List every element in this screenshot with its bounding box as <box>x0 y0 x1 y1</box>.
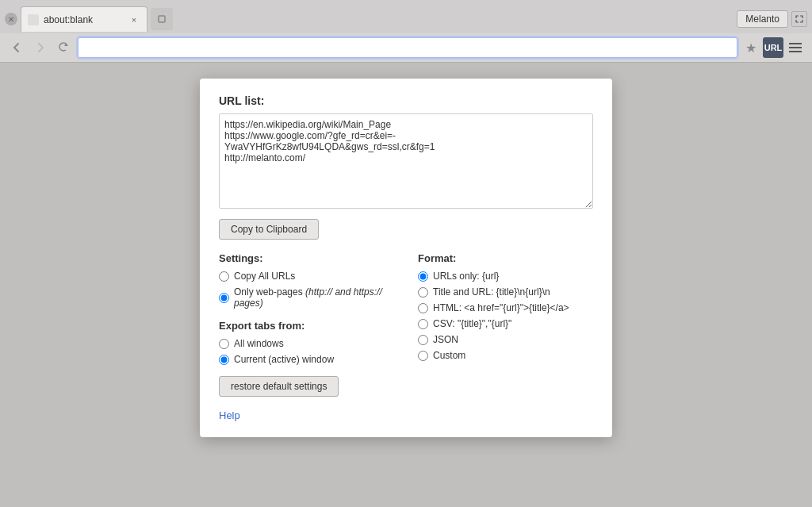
svg-rect-0 <box>28 14 39 25</box>
svg-rect-1 <box>159 16 165 22</box>
toolbar-right: ★ URL <box>741 37 806 58</box>
back-button[interactable] <box>6 37 27 58</box>
menu-line-1 <box>789 43 802 44</box>
active-tab[interactable]: about:blank × <box>21 6 147 32</box>
format-urls-only-radio[interactable] <box>418 271 428 282</box>
only-webpages-option[interactable]: Only web-pages (http:// and https:// pag… <box>219 286 394 309</box>
only-webpages-label: Only web-pages (http:// and https:// pag… <box>234 286 394 309</box>
current-window-option[interactable]: Current (active) window <box>219 354 394 365</box>
format-title-url-radio[interactable] <box>418 287 428 298</box>
tab-bar: ✕ about:blank × Melanto <box>0 0 812 33</box>
copy-to-clipboard-button[interactable]: Copy to Clipboard <box>219 219 319 240</box>
maximize-button[interactable] <box>791 11 807 27</box>
new-tab-icon <box>156 13 167 25</box>
browser-chrome: ✕ about:blank × Melanto <box>0 0 812 63</box>
format-radio-group: URLs only: {url} Title and URL: {title}\… <box>418 271 593 361</box>
format-title: Format: <box>418 252 593 264</box>
copy-all-urls-radio[interactable] <box>219 271 229 282</box>
format-custom-radio[interactable] <box>418 351 428 361</box>
format-custom-label: Custom <box>433 350 465 361</box>
address-bar[interactable] <box>78 37 737 58</box>
format-urls-only-label: URLs only: {url} <box>433 271 499 282</box>
format-custom-option[interactable]: Custom <box>418 350 593 361</box>
format-json-option[interactable]: JSON <box>418 334 593 345</box>
menu-line-3 <box>789 51 802 52</box>
maximize-icon <box>795 15 803 23</box>
url-ext-label: URL <box>764 43 783 52</box>
current-window-radio[interactable] <box>219 355 229 365</box>
tab-close-icon[interactable]: × <box>128 13 140 26</box>
url-list-title: URL list: <box>219 94 593 107</box>
format-html-label: HTML: <a href="{url}">{title}</a> <box>433 302 569 313</box>
format-title-url-option[interactable]: Title and URL: {title}\n{url}\n <box>418 286 593 298</box>
new-tab-button[interactable] <box>151 8 173 30</box>
help-link[interactable]: Help <box>219 409 593 421</box>
all-windows-radio[interactable] <box>219 339 229 349</box>
back-icon <box>11 42 22 53</box>
format-csv-option[interactable]: CSV: "{title}","{url}" <box>418 318 593 329</box>
toolbar: ★ URL <box>0 33 812 62</box>
forward-icon <box>35 42 46 53</box>
url-extension-button[interactable]: URL <box>763 37 783 58</box>
refresh-icon <box>59 42 70 53</box>
window-close-button[interactable]: ✕ <box>5 13 17 25</box>
copy-all-urls-label: Copy All URLs <box>234 271 295 282</box>
all-windows-label: All windows <box>234 338 284 349</box>
format-csv-label: CSV: "{title}","{url}" <box>433 318 511 329</box>
format-json-radio[interactable] <box>418 335 428 345</box>
refresh-button[interactable] <box>54 37 75 58</box>
current-window-label: Current (active) window <box>234 354 334 365</box>
settings-title: Settings: <box>219 252 394 264</box>
copy-all-urls-option[interactable]: Copy All URLs <box>219 271 394 282</box>
melanto-button[interactable]: Melanto <box>737 10 788 28</box>
export-tabs-radio-group: All windows Current (active) window <box>219 338 394 365</box>
tab-title: about:blank <box>44 14 124 25</box>
format-urls-only-option[interactable]: URLs only: {url} <box>418 271 593 282</box>
left-column: Settings: Copy All URLs Only web-pages (… <box>219 252 394 397</box>
only-webpages-italic: (http:// and https:// pages) <box>234 286 382 309</box>
bookmark-button[interactable]: ★ <box>741 37 761 58</box>
popup-panel: URL list: https://en.wikipedia.org/wiki/… <box>200 79 612 437</box>
all-windows-option[interactable]: All windows <box>219 338 394 349</box>
menu-button[interactable] <box>785 37 806 58</box>
right-column: Format: URLs only: {url} Title and URL: … <box>418 252 593 397</box>
url-textarea[interactable]: https://en.wikipedia.org/wiki/Main_Page … <box>219 113 593 209</box>
settings-radio-group: Copy All URLs Only web-pages (http:// an… <box>219 271 394 309</box>
format-title-url-label: Title and URL: {title}\n{url}\n <box>433 286 550 298</box>
bookmark-icon: ★ <box>745 40 756 56</box>
format-json-label: JSON <box>433 334 458 345</box>
tab-favicon-icon <box>28 14 39 25</box>
menu-line-2 <box>789 47 802 48</box>
format-csv-radio[interactable] <box>418 319 428 329</box>
export-tabs-title: Export tabs from: <box>219 320 394 332</box>
format-html-radio[interactable] <box>418 303 428 313</box>
forward-button[interactable] <box>30 37 51 58</box>
format-html-option[interactable]: HTML: <a href="{url}">{title}</a> <box>418 302 593 313</box>
restore-defaults-button[interactable]: restore default settings <box>219 376 339 397</box>
page-content: URL list: https://en.wikipedia.org/wiki/… <box>0 63 812 507</box>
only-webpages-radio[interactable] <box>219 293 229 303</box>
two-column-section: Settings: Copy All URLs Only web-pages (… <box>219 252 593 397</box>
